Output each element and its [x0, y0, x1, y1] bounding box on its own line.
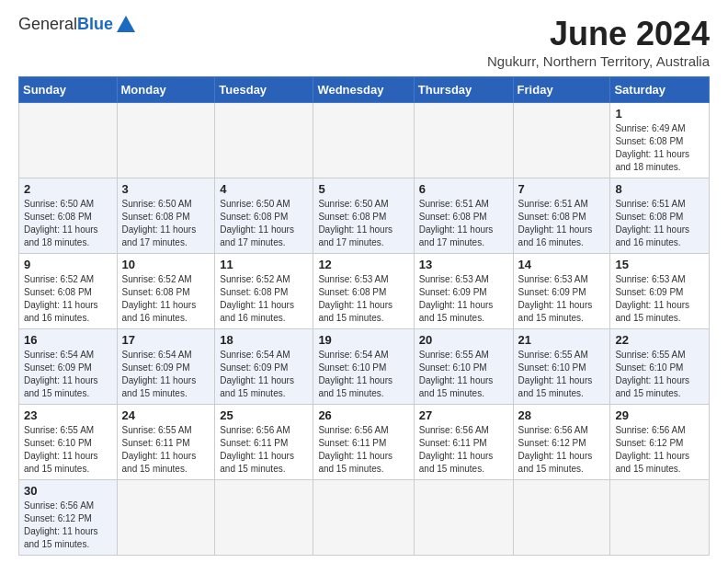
day-number: 10: [122, 258, 210, 271]
day-number: 9: [24, 258, 112, 271]
day-info: Sunrise: 6:55 AM Sunset: 6:10 PM Dayligh…: [419, 349, 508, 400]
day-info: Sunrise: 6:53 AM Sunset: 6:09 PM Dayligh…: [615, 273, 704, 325]
weekday-header-saturday: Saturday: [610, 77, 710, 103]
calendar-week-row: 2Sunrise: 6:50 AM Sunset: 6:08 PM Daylig…: [19, 178, 710, 254]
day-number: 18: [220, 333, 308, 347]
day-info: Sunrise: 6:56 AM Sunset: 6:11 PM Dayligh…: [220, 424, 308, 476]
calendar-cell: 9Sunrise: 6:52 AM Sunset: 6:08 PM Daylig…: [19, 254, 118, 329]
day-info: Sunrise: 6:55 AM Sunset: 6:10 PM Dayligh…: [518, 349, 606, 400]
calendar-cell: 2Sunrise: 6:50 AM Sunset: 6:08 PM Daylig…: [19, 178, 118, 254]
title-area: June 2024 Ngukurr, Northern Territory, A…: [487, 15, 710, 69]
weekday-header-thursday: Thursday: [414, 77, 513, 103]
day-info: Sunrise: 6:56 AM Sunset: 6:12 PM Dayligh…: [615, 424, 704, 476]
day-number: 8: [615, 182, 704, 196]
day-number: 11: [220, 258, 308, 271]
calendar-cell: [117, 480, 215, 556]
weekday-header-friday: Friday: [513, 77, 610, 103]
day-number: 1: [615, 107, 704, 121]
day-number: 20: [419, 333, 508, 347]
day-number: 22: [615, 333, 704, 347]
day-number: 7: [518, 182, 606, 196]
day-info: Sunrise: 6:56 AM Sunset: 6:12 PM Dayligh…: [24, 500, 112, 551]
day-info: Sunrise: 6:50 AM Sunset: 6:08 PM Dayligh…: [122, 198, 210, 249]
day-info: Sunrise: 6:51 AM Sunset: 6:08 PM Dayligh…: [419, 198, 508, 249]
day-info: Sunrise: 6:56 AM Sunset: 6:11 PM Dayligh…: [419, 424, 508, 476]
calendar-cell: [610, 480, 710, 556]
day-number: 12: [318, 258, 408, 271]
calendar-cell: 27Sunrise: 6:56 AM Sunset: 6:11 PM Dayli…: [414, 405, 513, 480]
calendar-cell: [117, 103, 215, 178]
location-subtitle: Ngukurr, Northern Territory, Australia: [487, 53, 710, 69]
day-number: 3: [122, 182, 210, 196]
day-info: Sunrise: 6:54 AM Sunset: 6:09 PM Dayligh…: [122, 349, 210, 400]
calendar-cell: 8Sunrise: 6:51 AM Sunset: 6:08 PM Daylig…: [610, 178, 710, 254]
logo-triangle-icon: [117, 16, 135, 32]
calendar-cell: 21Sunrise: 6:55 AM Sunset: 6:10 PM Dayli…: [513, 329, 610, 405]
calendar-week-row: 16Sunrise: 6:54 AM Sunset: 6:09 PM Dayli…: [19, 329, 710, 405]
calendar-cell: 15Sunrise: 6:53 AM Sunset: 6:09 PM Dayli…: [610, 254, 710, 329]
calendar-cell: 23Sunrise: 6:55 AM Sunset: 6:10 PM Dayli…: [19, 405, 118, 480]
day-number: 2: [24, 182, 112, 196]
calendar-cell: [513, 480, 610, 556]
calendar-cell: 3Sunrise: 6:50 AM Sunset: 6:08 PM Daylig…: [117, 178, 215, 254]
day-number: 5: [318, 182, 408, 196]
day-number: 19: [318, 333, 408, 347]
day-info: Sunrise: 6:52 AM Sunset: 6:08 PM Dayligh…: [220, 273, 308, 325]
calendar-cell: 25Sunrise: 6:56 AM Sunset: 6:11 PM Dayli…: [215, 405, 313, 480]
day-number: 13: [419, 258, 508, 271]
calendar-cell: 28Sunrise: 6:56 AM Sunset: 6:12 PM Dayli…: [513, 405, 610, 480]
day-number: 15: [615, 258, 704, 271]
calendar-cell: 26Sunrise: 6:56 AM Sunset: 6:11 PM Dayli…: [313, 405, 414, 480]
day-number: 23: [24, 408, 112, 422]
calendar-cell: 11Sunrise: 6:52 AM Sunset: 6:08 PM Dayli…: [215, 254, 313, 329]
calendar-cell: [313, 480, 414, 556]
day-info: Sunrise: 6:52 AM Sunset: 6:08 PM Dayligh…: [122, 273, 210, 325]
weekday-header-wednesday: Wednesday: [313, 77, 414, 103]
calendar-cell: 18Sunrise: 6:54 AM Sunset: 6:09 PM Dayli…: [215, 329, 313, 405]
calendar-table: SundayMondayTuesdayWednesdayThursdayFrid…: [18, 76, 710, 556]
day-number: 29: [615, 408, 704, 422]
page-header: General Blue June 2024 Ngukurr, Northern…: [18, 15, 710, 69]
day-number: 14: [518, 258, 606, 271]
day-info: Sunrise: 6:56 AM Sunset: 6:12 PM Dayligh…: [518, 424, 606, 476]
day-info: Sunrise: 6:56 AM Sunset: 6:11 PM Dayligh…: [318, 424, 408, 476]
day-info: Sunrise: 6:55 AM Sunset: 6:11 PM Dayligh…: [122, 424, 210, 476]
logo: General Blue: [18, 15, 135, 34]
calendar-week-row: 9Sunrise: 6:52 AM Sunset: 6:08 PM Daylig…: [19, 254, 710, 329]
day-info: Sunrise: 6:55 AM Sunset: 6:10 PM Dayligh…: [24, 424, 112, 476]
day-number: 27: [419, 408, 508, 422]
calendar-cell: 13Sunrise: 6:53 AM Sunset: 6:09 PM Dayli…: [414, 254, 513, 329]
calendar-cell: 24Sunrise: 6:55 AM Sunset: 6:11 PM Dayli…: [117, 405, 215, 480]
weekday-header-monday: Monday: [117, 77, 215, 103]
day-number: 26: [318, 408, 408, 422]
day-info: Sunrise: 6:54 AM Sunset: 6:09 PM Dayligh…: [24, 349, 112, 400]
calendar-cell: 22Sunrise: 6:55 AM Sunset: 6:10 PM Dayli…: [610, 329, 710, 405]
calendar-cell: [513, 103, 610, 178]
calendar-cell: [215, 480, 313, 556]
day-info: Sunrise: 6:53 AM Sunset: 6:09 PM Dayligh…: [518, 273, 606, 325]
calendar-cell: [414, 480, 513, 556]
day-info: Sunrise: 6:50 AM Sunset: 6:08 PM Dayligh…: [318, 198, 408, 249]
calendar-week-row: 1Sunrise: 6:49 AM Sunset: 6:08 PM Daylig…: [19, 103, 710, 178]
calendar-cell: 10Sunrise: 6:52 AM Sunset: 6:08 PM Dayli…: [117, 254, 215, 329]
day-number: 30: [24, 484, 112, 498]
day-number: 28: [518, 408, 606, 422]
logo-general-text: General: [18, 15, 77, 34]
calendar-cell: 19Sunrise: 6:54 AM Sunset: 6:10 PM Dayli…: [313, 329, 414, 405]
logo-blue-text: Blue: [77, 15, 113, 34]
calendar-cell: 20Sunrise: 6:55 AM Sunset: 6:10 PM Dayli…: [414, 329, 513, 405]
calendar-cell: 7Sunrise: 6:51 AM Sunset: 6:08 PM Daylig…: [513, 178, 610, 254]
weekday-header-tuesday: Tuesday: [215, 77, 313, 103]
day-info: Sunrise: 6:53 AM Sunset: 6:09 PM Dayligh…: [419, 273, 508, 325]
calendar-cell: 16Sunrise: 6:54 AM Sunset: 6:09 PM Dayli…: [19, 329, 118, 405]
day-info: Sunrise: 6:49 AM Sunset: 6:08 PM Dayligh…: [615, 122, 704, 174]
calendar-cell: 30Sunrise: 6:56 AM Sunset: 6:12 PM Dayli…: [19, 480, 118, 556]
calendar-cell: 14Sunrise: 6:53 AM Sunset: 6:09 PM Dayli…: [513, 254, 610, 329]
day-number: 17: [122, 333, 210, 347]
day-info: Sunrise: 6:50 AM Sunset: 6:08 PM Dayligh…: [24, 198, 112, 249]
day-info: Sunrise: 6:54 AM Sunset: 6:10 PM Dayligh…: [318, 349, 408, 400]
day-number: 16: [24, 333, 112, 347]
day-info: Sunrise: 6:53 AM Sunset: 6:08 PM Dayligh…: [318, 273, 408, 325]
calendar-cell: [19, 103, 118, 178]
weekday-header-row: SundayMondayTuesdayWednesdayThursdayFrid…: [19, 77, 710, 103]
